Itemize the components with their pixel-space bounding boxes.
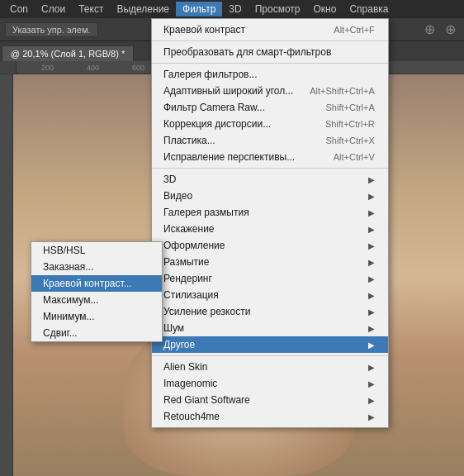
arrow-icon: ▶ xyxy=(368,396,375,405)
filter-item-galereya-razmytiya[interactable]: Галерея размытия ▶ xyxy=(152,204,388,221)
arrow-icon: ▶ xyxy=(368,274,375,283)
menu-item-prosmotr[interactable]: Просмотр xyxy=(249,2,307,17)
menu-item-tekst[interactable]: Текст xyxy=(72,2,110,17)
filter-item-iskazhenie[interactable]: Искажение ▶ xyxy=(152,221,388,237)
ruler-corner xyxy=(0,61,17,74)
filter-item-kraevoy-kontrast-top[interactable]: Краевой контраст Alt+Ctrl+F xyxy=(152,21,388,38)
filter-section-3: 3D ▶ Видео ▶ Галерея размытия ▶ Искажени… xyxy=(152,169,388,356)
filter-item-red-giant[interactable]: Red Giant Software ▶ xyxy=(152,392,388,408)
drugoe-item-zakaznaya[interactable]: Заказная... xyxy=(31,259,162,275)
menu-item-spravka[interactable]: Справка xyxy=(343,2,395,17)
filter-item-korrektsiya[interactable]: Коррекция дисторсии... Shift+Ctrl+R xyxy=(152,116,388,132)
menu-item-con[interactable]: Con xyxy=(3,2,35,17)
ruler-mark-200: 200 xyxy=(41,64,54,72)
filter-item-stilizatsiya[interactable]: Стилизация ▶ xyxy=(152,287,388,303)
ruler-mark-400: 400 xyxy=(87,64,99,72)
filter-item-ispravlenie[interactable]: Исправление перспективы... Alt+Ctrl+V xyxy=(152,149,388,165)
drugoe-submenu[interactable]: HSB/HSL Заказная... Краевой контраст... … xyxy=(31,241,163,342)
filter-item-plastika[interactable]: Пластика... Shift+Ctrl+X xyxy=(152,132,388,149)
filter-item-shum[interactable]: Шум ▶ xyxy=(152,320,388,336)
filter-item-3d[interactable]: 3D ▶ xyxy=(152,171,388,188)
arrow-icon: ▶ xyxy=(368,379,375,388)
menu-item-filtr[interactable]: Фильтр xyxy=(176,2,222,17)
arrow-icon: ▶ xyxy=(368,208,375,217)
filter-item-galereya[interactable]: Галерея фильтров... xyxy=(152,66,388,83)
drugoe-item-sdvig[interactable]: Сдвиг... xyxy=(31,325,162,341)
filter-item-imagenomic[interactable]: Imagenomic ▶ xyxy=(152,375,388,392)
toolbar-icons: ⊕ ⊕ xyxy=(424,21,459,37)
ruler-mark-600: 600 xyxy=(132,64,144,72)
arrow-icon: ▶ xyxy=(368,175,375,184)
arrow-icon: ▶ xyxy=(368,291,375,300)
arrow-icon: ▶ xyxy=(368,241,375,250)
arrow-icon: ▶ xyxy=(368,340,375,350)
drugoe-item-minimum[interactable]: Минимум... xyxy=(31,308,162,325)
arrow-icon: ▶ xyxy=(368,324,375,333)
arrow-icon: ▶ xyxy=(368,412,375,421)
arrow-icon: ▶ xyxy=(368,225,375,234)
document-tab[interactable]: @ 20,1% (Слой 1, RGB/8) * xyxy=(2,45,134,61)
filter-item-adaptivny[interactable]: Адаптивный широкий угол... Alt+Shift+Ctr… xyxy=(152,83,388,99)
filter-item-rendering[interactable]: Рендеринг ▶ xyxy=(152,270,388,287)
filter-item-preobrazovat[interactable]: Преобразовать для смарт-фильтров xyxy=(152,44,388,60)
filter-item-camera-raw[interactable]: Фильтр Camera Raw... Shift+Ctrl+A xyxy=(152,99,388,116)
filter-item-oformlenie[interactable]: Оформление ▶ xyxy=(152,237,388,254)
menu-item-3d[interactable]: 3D xyxy=(222,2,248,17)
filter-item-razmytie[interactable]: Размытие ▶ xyxy=(152,254,388,270)
filter-item-alien-skin[interactable]: Alien Skin ▶ xyxy=(152,359,388,375)
drugoe-item-kraevoy-kontrast[interactable]: Краевой контраст... xyxy=(31,275,162,292)
menu-bar: Con Слои Текст Выделение Фильтр 3D Просм… xyxy=(0,0,464,18)
ruler-vertical xyxy=(0,74,13,476)
filter-section-4: Alien Skin ▶ Imagenomic ▶ Red Giant Soft… xyxy=(152,356,388,427)
filter-section-1: Краевой контраст Alt+Ctrl+F xyxy=(152,19,388,41)
drugoe-item-maksimum[interactable]: Максимум... xyxy=(31,292,162,308)
menu-item-sloi[interactable]: Слои xyxy=(35,2,72,17)
menu-item-videlenie[interactable]: Выделение xyxy=(110,2,176,17)
filter-section-preobrazovat: Преобразовать для смарт-фильтров xyxy=(152,41,388,64)
arrow-icon: ▶ xyxy=(368,363,375,372)
toolbar-control-button[interactable]: Указать упр. элем. xyxy=(5,22,98,37)
filter-item-drugoe[interactable]: Другое ▶ xyxy=(152,336,388,353)
filter-item-video[interactable]: Видео ▶ xyxy=(152,188,388,204)
filter-section-2: Галерея фильтров... Адаптивный широкий у… xyxy=(152,64,388,169)
arrow-icon: ▶ xyxy=(368,258,375,267)
menu-item-okno[interactable]: Окно xyxy=(306,2,343,17)
filter-menu[interactable]: Краевой контраст Alt+Ctrl+F Преобразоват… xyxy=(151,18,389,428)
filter-item-retouch4me[interactable]: Retouch4me ▶ xyxy=(152,408,388,425)
arrow-icon: ▶ xyxy=(368,307,375,317)
drugoe-item-hsb[interactable]: HSB/HSL xyxy=(31,242,162,259)
filter-item-usilenie[interactable]: Усиление резкости ▶ xyxy=(152,303,388,320)
arrow-icon: ▶ xyxy=(368,192,375,201)
